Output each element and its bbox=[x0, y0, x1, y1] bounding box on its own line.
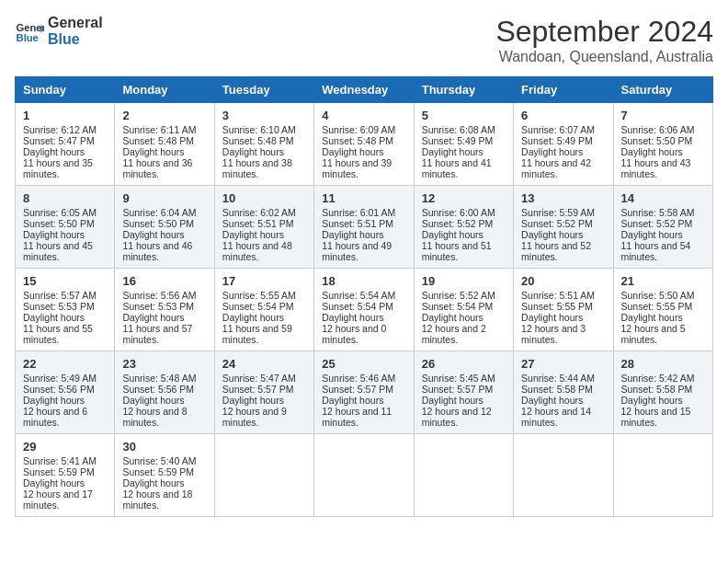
day-number: 7 bbox=[621, 109, 705, 122]
sunset-label: Sunset: 5:53 PM bbox=[122, 301, 194, 312]
day-number: 15 bbox=[23, 274, 107, 288]
calendar-cell: 9 Sunrise: 6:04 AM Sunset: 5:50 PM Dayli… bbox=[115, 186, 214, 269]
day-header-wednesday: Wednesday bbox=[314, 77, 414, 103]
day-number: 9 bbox=[122, 191, 206, 205]
daylight-duration: 12 hours and 14 minutes. bbox=[521, 406, 591, 428]
daylight-duration: 11 hours and 54 minutes. bbox=[621, 240, 691, 262]
day-number: 21 bbox=[621, 274, 705, 288]
sunset-label: Sunset: 5:52 PM bbox=[621, 218, 693, 229]
daylight-duration: 12 hours and 0 minutes. bbox=[322, 323, 386, 345]
daylight-duration: 11 hours and 41 minutes. bbox=[422, 157, 492, 179]
calendar-cell: 16 Sunrise: 5:56 AM Sunset: 5:53 PM Dayl… bbox=[115, 269, 214, 351]
day-number: 29 bbox=[23, 440, 107, 454]
day-header-tuesday: Tuesday bbox=[214, 77, 313, 103]
daylight-label: Daylight hours bbox=[122, 146, 184, 157]
sunset-label: Sunset: 5:50 PM bbox=[621, 135, 693, 146]
daylight-duration: 12 hours and 11 minutes. bbox=[322, 406, 392, 428]
calendar-week-4: 22 Sunrise: 5:49 AM Sunset: 5:56 PM Dayl… bbox=[16, 351, 713, 434]
day-header-saturday: Saturday bbox=[613, 77, 712, 103]
day-number: 20 bbox=[521, 274, 605, 288]
day-number: 10 bbox=[222, 191, 306, 205]
sunset-label: Sunset: 5:55 PM bbox=[521, 301, 593, 312]
day-number: 4 bbox=[322, 109, 405, 122]
daylight-duration: 12 hours and 15 minutes. bbox=[621, 406, 691, 428]
svg-text:Blue: Blue bbox=[17, 32, 39, 43]
daylight-duration: 12 hours and 5 minutes. bbox=[621, 323, 686, 345]
sunset-label: Sunset: 5:55 PM bbox=[621, 301, 693, 312]
calendar-cell bbox=[314, 434, 414, 517]
daylight-duration: 11 hours and 46 minutes. bbox=[122, 240, 192, 262]
calendar-cell: 13 Sunrise: 5:59 AM Sunset: 5:52 PM Dayl… bbox=[514, 186, 613, 269]
calendar-subtitle: Wandoan, Queensland, Australia bbox=[495, 49, 713, 65]
calendar-cell: 15 Sunrise: 5:57 AM Sunset: 5:53 PM Dayl… bbox=[16, 269, 115, 351]
sunrise-label: Sunrise: 5:42 AM bbox=[621, 373, 695, 384]
sunrise-label: Sunrise: 6:11 AM bbox=[122, 124, 196, 135]
sunrise-label: Sunrise: 6:09 AM bbox=[322, 124, 395, 135]
day-number: 14 bbox=[621, 191, 705, 205]
sunrise-label: Sunrise: 5:41 AM bbox=[23, 455, 97, 466]
calendar-cell: 28 Sunrise: 5:42 AM Sunset: 5:58 PM Dayl… bbox=[613, 351, 712, 434]
sunrise-label: Sunrise: 5:45 AM bbox=[422, 373, 495, 384]
sunset-label: Sunset: 5:47 PM bbox=[23, 135, 95, 146]
calendar-cell: 4 Sunrise: 6:09 AM Sunset: 5:48 PM Dayli… bbox=[314, 103, 414, 186]
sunrise-label: Sunrise: 5:47 AM bbox=[222, 373, 296, 384]
sunset-label: Sunset: 5:53 PM bbox=[23, 301, 95, 312]
day-number: 11 bbox=[322, 191, 405, 205]
daylight-duration: 11 hours and 52 minutes. bbox=[521, 240, 591, 262]
daylight-duration: 11 hours and 42 minutes. bbox=[521, 157, 591, 179]
calendar-cell: 26 Sunrise: 5:45 AM Sunset: 5:57 PM Dayl… bbox=[414, 351, 513, 434]
sunrise-label: Sunrise: 5:48 AM bbox=[122, 373, 196, 384]
calendar-title: September 2024 bbox=[495, 15, 713, 49]
calendar-cell: 6 Sunrise: 6:07 AM Sunset: 5:49 PM Dayli… bbox=[514, 103, 613, 186]
sunset-label: Sunset: 5:51 PM bbox=[222, 218, 294, 229]
svg-text:General: General bbox=[17, 22, 44, 33]
day-number: 2 bbox=[122, 109, 206, 122]
daylight-duration: 11 hours and 59 minutes. bbox=[222, 323, 292, 345]
sunrise-label: Sunrise: 5:58 AM bbox=[621, 207, 695, 218]
day-header-sunday: Sunday bbox=[16, 77, 115, 103]
day-header-thursday: Thursday bbox=[414, 77, 513, 103]
calendar-cell: 5 Sunrise: 6:08 AM Sunset: 5:49 PM Dayli… bbox=[414, 103, 513, 186]
sunset-label: Sunset: 5:50 PM bbox=[23, 218, 95, 229]
daylight-label: Daylight hours bbox=[322, 146, 383, 157]
daylight-label: Daylight hours bbox=[521, 312, 583, 323]
daylight-label: Daylight hours bbox=[23, 146, 85, 157]
daylight-duration: 11 hours and 51 minutes. bbox=[422, 240, 492, 262]
calendar-cell: 29 Sunrise: 5:41 AM Sunset: 5:59 PM Dayl… bbox=[16, 434, 115, 517]
sunrise-label: Sunrise: 6:06 AM bbox=[621, 124, 695, 135]
calendar-cell bbox=[613, 434, 712, 517]
sunrise-label: Sunrise: 5:54 AM bbox=[322, 290, 395, 301]
daylight-label: Daylight hours bbox=[621, 312, 683, 323]
calendar-week-1: 1 Sunrise: 6:12 AM Sunset: 5:47 PM Dayli… bbox=[16, 103, 713, 186]
sunrise-label: Sunrise: 6:00 AM bbox=[422, 207, 495, 218]
daylight-label: Daylight hours bbox=[322, 312, 383, 323]
daylight-label: Daylight hours bbox=[521, 146, 583, 157]
day-number: 17 bbox=[222, 274, 306, 288]
sunset-label: Sunset: 5:48 PM bbox=[122, 135, 194, 146]
daylight-label: Daylight hours bbox=[23, 312, 85, 323]
daylight-duration: 11 hours and 57 minutes. bbox=[122, 323, 192, 345]
daylight-label: Daylight hours bbox=[122, 229, 184, 240]
day-number: 13 bbox=[521, 191, 605, 205]
sunset-label: Sunset: 5:56 PM bbox=[122, 384, 194, 395]
sunset-label: Sunset: 5:50 PM bbox=[122, 218, 194, 229]
daylight-duration: 11 hours and 55 minutes. bbox=[23, 323, 93, 345]
daylight-label: Daylight hours bbox=[422, 312, 483, 323]
sunrise-label: Sunrise: 6:12 AM bbox=[23, 124, 97, 135]
calendar-table: SundayMondayTuesdayWednesdayThursdayFrid… bbox=[15, 76, 713, 517]
calendar-cell: 23 Sunrise: 5:48 AM Sunset: 5:56 PM Dayl… bbox=[115, 351, 214, 434]
daylight-duration: 12 hours and 3 minutes. bbox=[521, 323, 586, 345]
calendar-cell: 18 Sunrise: 5:54 AM Sunset: 5:54 PM Dayl… bbox=[314, 269, 414, 351]
daylight-label: Daylight hours bbox=[521, 395, 583, 406]
sunrise-label: Sunrise: 5:51 AM bbox=[521, 290, 595, 301]
daylight-duration: 12 hours and 9 minutes. bbox=[222, 406, 287, 428]
daylight-label: Daylight hours bbox=[222, 395, 284, 406]
sunset-label: Sunset: 5:51 PM bbox=[322, 218, 393, 229]
day-header-friday: Friday bbox=[514, 77, 613, 103]
sunrise-label: Sunrise: 5:56 AM bbox=[122, 290, 196, 301]
calendar-week-2: 8 Sunrise: 6:05 AM Sunset: 5:50 PM Dayli… bbox=[16, 186, 713, 269]
day-number: 12 bbox=[422, 191, 506, 205]
day-number: 22 bbox=[23, 357, 107, 371]
day-number: 5 bbox=[422, 109, 506, 122]
daylight-duration: 12 hours and 18 minutes. bbox=[122, 488, 192, 511]
